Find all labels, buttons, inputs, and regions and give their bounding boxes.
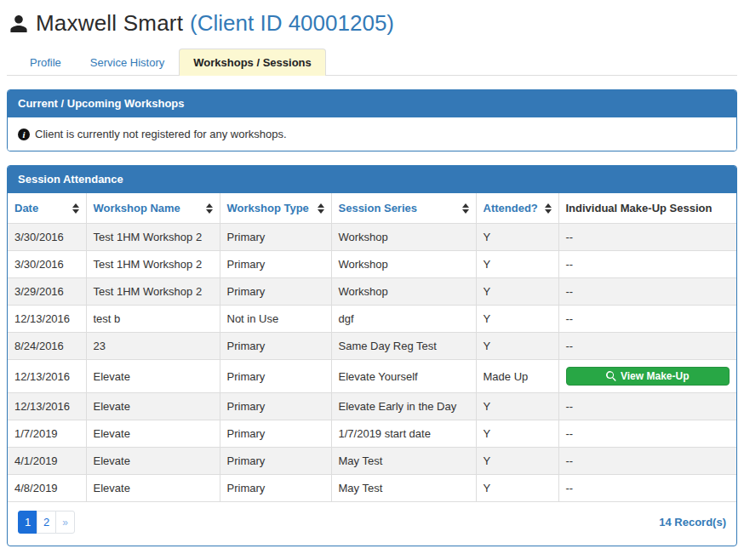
table-row: 1/7/2019ElevatePrimary1/7/2019 start dat… [8,420,736,448]
session-series-cell: May Test [331,448,476,475]
pagination-page-1[interactable]: 1 [18,511,37,534]
session-series-cell: 1/7/2019 start date [331,420,476,448]
upcoming-workshops-panel: Current / Upcoming Workshops i Client is… [7,89,737,151]
makeup-cell: -- [558,251,736,278]
date-cell: 3/30/2016 [8,251,86,278]
info-icon: i [18,129,30,140]
column-header-individual-make-up-session: Individual Make-Up Session [558,193,736,224]
workshop-name-cell: Elevate [86,360,220,393]
session-series-cell: Workshop [331,278,476,306]
workshop-type-cell: Primary [220,420,331,448]
workshop-type-cell: Primary [220,475,331,502]
attended-cell: Y [476,420,558,448]
session-series-cell: May Test [331,475,476,502]
workshop-type-cell: Primary [220,360,331,393]
column-header-workshop-name[interactable]: Workshop Name [86,193,220,224]
workshop-name-cell: 23 [86,333,220,360]
makeup-cell: -- [558,333,736,360]
makeup-cell: View Make-Up [558,360,736,393]
table-row: 12/13/2016ElevatePrimaryElevate Early in… [8,393,736,420]
workshop-name-cell: Test 1HM Workshop 2 [86,251,220,278]
table-row: 12/13/2016test bNot in UsedgfY-- [8,306,736,333]
page-header: Maxwell Smart (Client ID 40001205) [9,10,737,37]
date-cell: 1/7/2019 [8,420,86,448]
workshop-name-cell: Elevate [86,448,220,475]
makeup-cell: -- [558,278,736,306]
attended-cell: Y [476,393,558,420]
table-row: 4/1/2019ElevatePrimaryMay TestY-- [8,448,736,475]
column-header-session-series[interactable]: Session Series [331,193,476,224]
sort-icon [318,203,324,214]
pagination-next-button[interactable]: » [55,511,75,534]
table-header-row: DateWorkshop NameWorkshop TypeSession Se… [8,193,736,224]
column-header-attended[interactable]: Attended? [476,193,558,224]
session-series-cell: Workshop [331,224,476,251]
date-cell: 8/24/2016 [8,333,86,360]
page-container: Maxwell Smart (Client ID 40001205) Profi… [0,0,744,560]
client-id-label: (Client ID 40001205) [190,10,394,37]
table-row: 8/24/201623PrimarySame Day Reg TestY-- [8,333,736,360]
workshop-name-cell: Elevate [86,420,220,448]
workshop-name-cell: Elevate [86,475,220,502]
date-cell: 4/8/2019 [8,475,86,502]
table-row: 3/30/2016Test 1HM Workshop 2PrimaryWorks… [8,251,736,278]
attended-cell: Y [476,306,558,333]
session-series-cell: Same Day Reg Test [331,333,476,360]
session-series-cell: Elevate Early in the Day [331,393,476,420]
sort-icon [72,203,79,214]
pagination-page-2[interactable]: 2 [37,511,56,534]
makeup-cell: -- [558,448,736,475]
session-attendance-panel: Session Attendance DateWorkshop NameWork… [7,165,737,546]
workshop-type-cell: Primary [220,393,331,420]
attended-cell: Y [476,251,558,278]
sort-icon [206,203,213,214]
upcoming-workshops-panel-title: Current / Upcoming Workshops [8,90,736,117]
table-footer: 12» 14 Record(s) [8,502,736,546]
search-icon [606,371,616,381]
record-count: 14 Record(s) [659,516,726,529]
nav-tabs: ProfileService HistoryWorkshops / Sessio… [7,49,737,76]
makeup-cell: -- [558,306,736,333]
table-row: 12/13/2016ElevatePrimaryElevate Yourself… [8,360,736,393]
workshop-type-cell: Primary [220,251,331,278]
table-row: 3/30/2016Test 1HM Workshop 2PrimaryWorks… [8,224,736,251]
session-attendance-panel-title: Session Attendance [8,166,736,193]
sort-icon [462,203,469,214]
date-cell: 12/13/2016 [8,393,86,420]
sort-icon [545,203,552,214]
table-row: 3/29/2016Test 1HM Workshop 2PrimaryWorks… [8,278,736,306]
attended-cell: Y [476,475,558,502]
column-header-date[interactable]: Date [8,193,86,224]
makeup-cell: -- [558,420,736,448]
workshop-type-cell: Primary [220,448,331,475]
workshop-name-cell: Test 1HM Workshop 2 [86,278,220,306]
attended-cell: Y [476,224,558,251]
view-makeup-button[interactable]: View Make-Up [566,367,730,386]
attended-cell: Y [476,278,558,306]
date-cell: 12/13/2016 [8,306,86,333]
tab-service-history[interactable]: Service History [76,49,179,76]
workshop-name-cell: Elevate [86,393,220,420]
session-series-cell: Workshop [331,251,476,278]
column-header-workshop-type[interactable]: Workshop Type [220,193,331,224]
no-workshops-message: Client is currently not registered for a… [35,128,287,140]
makeup-cell: -- [558,393,736,420]
session-series-cell: dgf [331,306,476,333]
attended-cell: Y [476,448,558,475]
workshop-type-cell: Not in Use [220,306,331,333]
makeup-cell: -- [558,224,736,251]
tab-workshops-sessions[interactable]: Workshops / Sessions [179,49,325,76]
page-title: Maxwell Smart [36,10,183,37]
pagination: 12» [18,511,75,534]
date-cell: 12/13/2016 [8,360,86,393]
workshop-type-cell: Primary [220,333,331,360]
attended-cell: Made Up [476,360,558,393]
date-cell: 3/29/2016 [8,278,86,306]
tab-profile[interactable]: Profile [15,49,76,76]
date-cell: 4/1/2019 [8,448,86,475]
workshop-type-cell: Primary [220,224,331,251]
workshop-type-cell: Primary [220,278,331,306]
upcoming-workshops-panel-body: i Client is currently not registered for… [8,117,736,151]
session-attendance-table: DateWorkshop NameWorkshop TypeSession Se… [8,193,736,502]
workshop-name-cell: Test 1HM Workshop 2 [86,224,220,251]
